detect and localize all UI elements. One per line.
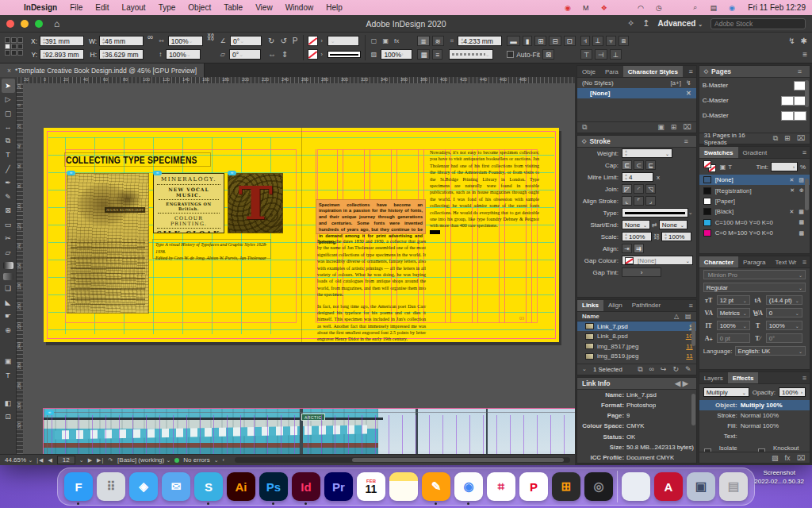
projecting-cap-button[interactable]: ⊑ <box>645 160 656 170</box>
butt-cap-button[interactable]: ⊏ <box>622 160 632 170</box>
fit-content-button[interactable]: ▮ <box>523 36 533 46</box>
body-text-column-1[interactable]: Between the dates 1830 and 1930, a colle… <box>317 238 426 343</box>
swatch-row[interactable]: [Registration] ✕ ⊕ <box>699 185 810 195</box>
align-right-button[interactable]: ⫟ <box>606 36 616 46</box>
align-outside-button[interactable]: ⌟ <box>645 196 656 206</box>
panel-menu-icon[interactable]: ≡ <box>684 137 691 145</box>
panel-tab[interactable]: Swatches <box>699 147 738 158</box>
update-link-icon[interactable]: ↻ <box>673 365 680 374</box>
tint-field[interactable]: › <box>771 162 798 171</box>
link-info-scrollbar[interactable] <box>691 394 695 425</box>
next-link-icon[interactable]: ▶ <box>683 379 688 387</box>
align-bottom-button[interactable]: ⊥ <box>610 49 622 60</box>
fill-color-swatch[interactable] <box>308 49 318 60</box>
master-page-row[interactable]: D-Master <box>699 108 810 123</box>
extend-arrow-button[interactable]: ⇉ <box>634 244 644 253</box>
screen-mode-button[interactable]: ◧ <box>2 396 15 410</box>
wrap-jump-button[interactable]: ≡ <box>432 49 442 60</box>
white-app[interactable] <box>622 472 650 501</box>
stroke-weight-dropdown[interactable]: ▴▾⌄ <box>622 148 672 158</box>
panel-tab[interactable]: Para <box>600 66 623 77</box>
gap-tint-button[interactable]: › <box>622 267 661 277</box>
link-badge-icon[interactable]: ∞ <box>67 171 75 175</box>
swatch-row[interactable]: C=100 M=0 Y=0 K=0 ▩ <box>699 217 810 228</box>
page-thumbnail[interactable] <box>794 111 806 121</box>
tracking-field[interactable]: 0⌄ <box>766 308 802 318</box>
link-badge-icon[interactable]: ∞ <box>153 171 162 175</box>
panel-menu-icon[interactable]: ≡ <box>688 66 695 77</box>
opacity-field[interactable]: 100%› <box>381 49 412 60</box>
horizontal-ruler[interactable]: 2002040608010012014016018020022024026028… <box>17 77 575 84</box>
rectangle-tool[interactable]: ▭ <box>2 217 15 232</box>
pen-tool[interactable]: ✒ <box>2 176 15 190</box>
panel-tab[interactable]: Character Styles <box>623 66 683 77</box>
edit-original-icon[interactable]: ✎ <box>685 365 691 374</box>
panel-tab[interactable]: Layers <box>699 372 728 383</box>
start-scale-field[interactable]: ▴▾100% <box>622 232 652 241</box>
shear-field[interactable]: 0°⌄ <box>229 49 261 60</box>
home-icon[interactable]: ⌂ <box>54 18 59 29</box>
gap-tool[interactable]: ↔ <box>2 121 15 135</box>
swap-arrowheads-icon[interactable]: ⇄ <box>650 221 659 229</box>
clock-app-icon[interactable]: ◷ <box>653 4 664 12</box>
gradient-tool[interactable] <box>3 262 13 269</box>
free-transform-tool[interactable]: ▱ <box>2 245 15 260</box>
width-field[interactable]: ▴▾46 mm <box>99 36 144 46</box>
page-thumbnail[interactable] <box>781 111 794 121</box>
zoom-tool[interactable]: ⊕ <box>2 323 15 337</box>
link-badge-icon[interactable]: ∞ <box>228 171 236 175</box>
panel-tab[interactable]: Character <box>699 256 738 267</box>
gradient-feather-tool[interactable] <box>3 273 13 280</box>
panel-menu-icon[interactable]: ≡ <box>798 67 805 75</box>
wrap-none-button[interactable]: ≣ <box>417 36 429 46</box>
image-caption-frame[interactable]: Type A visual History of Typefaces and G… <box>152 239 271 259</box>
start-arrowhead-dropdown[interactable]: None⌄ <box>622 220 650 229</box>
fill-frame-button[interactable]: ⊞ <box>534 36 546 46</box>
fill-stroke-swatch[interactable] <box>2 337 15 355</box>
delete-page-icon[interactable]: ⌧ <box>797 134 805 143</box>
menu-bar-clock[interactable]: Fri 11 Feb 12:29 <box>748 3 806 12</box>
skew-field[interactable]: 0° <box>766 333 802 343</box>
master-page-row[interactable]: B-Master <box>699 78 810 93</box>
scale-x-field[interactable]: 100%⌄ <box>168 36 203 46</box>
body-text-column-2[interactable]: Nowadays, it's not easy to become specim… <box>430 149 539 229</box>
menu-item[interactable]: Object <box>182 3 217 12</box>
formatting-text-button[interactable]: T <box>2 368 15 383</box>
selection-tool[interactable]: ➤ <box>2 79 15 93</box>
opacity-field[interactable]: 100%› <box>779 387 806 397</box>
language-dropdown[interactable]: English: UK⌄ <box>735 346 806 356</box>
mitre-join-button[interactable]: ◸ <box>622 184 632 194</box>
pencil-tool[interactable]: ✎ <box>2 190 15 204</box>
intro-highlight-frame[interactable]: Specimen collections have become an insp… <box>316 199 426 234</box>
y-position-field[interactable]: ▴▾92.893 mm <box>40 49 84 60</box>
reference-point-proxy[interactable] <box>5 37 25 63</box>
effects-target-row[interactable]: Fill: Normal 100% <box>699 421 810 431</box>
quick-apply-icon[interactable]: ↯ <box>686 79 691 87</box>
notes[interactable] <box>389 472 418 501</box>
height-field[interactable]: ▴▾36.629 mm <box>99 49 144 60</box>
prev-link-icon[interactable]: ◀ <box>675 379 680 387</box>
panel-tab[interactable]: Links <box>577 300 603 311</box>
preflight-status-text[interactable]: No errors <box>183 456 209 464</box>
eyedropper-tool[interactable]: ◣ <box>2 295 15 310</box>
font-size-field[interactable]: 12 pt⌄ <box>717 295 750 305</box>
effects-fx-icon[interactable]: fx <box>393 37 400 44</box>
vertical-ruler[interactable]: 2002040608010012014016018020022024026028… <box>17 84 24 454</box>
control-gear-icon[interactable]: ✱ <box>799 37 809 45</box>
panel-menu-icon[interactable]: ≡ <box>802 256 810 267</box>
next-spread-photo[interactable]: ARCTIC ∞ <box>44 409 575 454</box>
page-thumbnail[interactable] <box>781 96 794 106</box>
scissors-tool[interactable]: ✂ <box>2 232 15 246</box>
leading-field[interactable]: (14.4 pt)⌄ <box>766 295 802 305</box>
folder-icon[interactable]: ▣ <box>657 123 665 131</box>
screenshot-preview[interactable]: ▣ <box>687 472 715 501</box>
panel-tab[interactable]: Effects <box>728 372 759 383</box>
panel-tab[interactable]: Align <box>603 300 627 311</box>
constrain-proportions-icon[interactable]: ∞ <box>146 33 155 63</box>
siri-icon[interactable]: ◉ <box>726 4 737 12</box>
swatch-row[interactable]: [Black] ✕ ▩ <box>699 206 810 217</box>
trash[interactable]: ▤ <box>719 472 748 501</box>
kerning-field[interactable]: Metrics⌄ <box>717 308 750 318</box>
panel-tab[interactable]: Obje <box>577 66 600 77</box>
flip-vertical-icon[interactable]: ⇕ <box>280 50 289 59</box>
